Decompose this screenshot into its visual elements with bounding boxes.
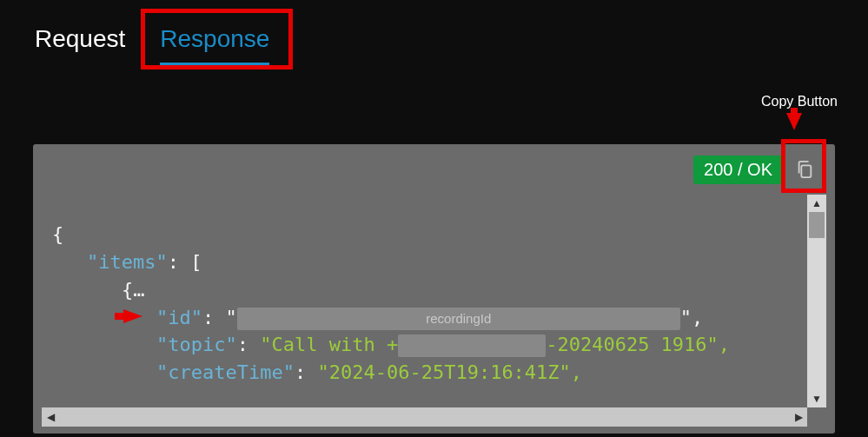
scroll-down-arrow-icon[interactable]: ▼ [807, 390, 826, 407]
json-key-createtime: "createTime" [156, 361, 295, 383]
scroll-thumb-vertical[interactable] [809, 212, 825, 238]
scroll-track-horizontal[interactable] [59, 407, 790, 427]
json-line-createtime: "createTime": "2024-06-25T19:16:41Z", [52, 359, 826, 387]
code-area: {"items": [{…"id": "recordingId","topic"… [42, 193, 826, 401]
status-row: 200 / OK [33, 144, 835, 193]
redacted-phone [398, 334, 546, 357]
json-key-items: "items" [87, 251, 168, 273]
tabs: Request Response [0, 0, 868, 62]
json-line: "items": [ [52, 248, 826, 276]
json-line: {… [52, 276, 826, 304]
scroll-left-arrow-icon[interactable]: ◀ [42, 411, 59, 423]
json-string: "Call with + [260, 334, 398, 355]
copy-button[interactable] [790, 155, 819, 184]
horizontal-scrollbar[interactable]: ◀ ▶ [42, 407, 807, 427]
annotation-arrow-copy [786, 113, 802, 130]
json-punct: : [237, 334, 261, 355]
tab-request[interactable]: Request [35, 22, 142, 62]
tab-response[interactable]: Response [142, 22, 287, 62]
json-punct: : [ [168, 251, 202, 273]
json-punct: : " [202, 307, 237, 328]
json-line-id: "id": "recordingId", [52, 304, 826, 332]
scroll-up-arrow-icon[interactable]: ▲ [807, 195, 826, 212]
svg-rect-0 [801, 165, 811, 177]
response-body-json: {"items": [{…"id": "recordingId","topic"… [42, 193, 826, 401]
annotation-copy-button-label: Copy Button [761, 94, 838, 109]
annotation-arrow-id [123, 309, 142, 323]
redacted-recording-id: recordingId [237, 308, 680, 330]
json-string: -20240625 1916", [546, 334, 730, 355]
response-panel: 200 / OK {"items": [{…"id": "recordingId… [33, 144, 835, 434]
json-line: { [52, 221, 826, 248]
json-key-id: "id" [156, 307, 202, 328]
json-punct: ", [680, 307, 704, 328]
json-string: "2024-06-25T19:16:41Z", [317, 361, 582, 383]
json-punct: : [295, 361, 318, 383]
status-badge: 200 / OK [693, 156, 783, 184]
json-key-topic: "topic" [156, 334, 237, 355]
scroll-right-arrow-icon[interactable]: ▶ [790, 411, 807, 423]
copy-icon [795, 159, 814, 180]
json-line-topic: "topic": "Call with +-20240625 1916", [52, 331, 826, 359]
vertical-scrollbar[interactable]: ▲ ▼ [807, 195, 826, 407]
